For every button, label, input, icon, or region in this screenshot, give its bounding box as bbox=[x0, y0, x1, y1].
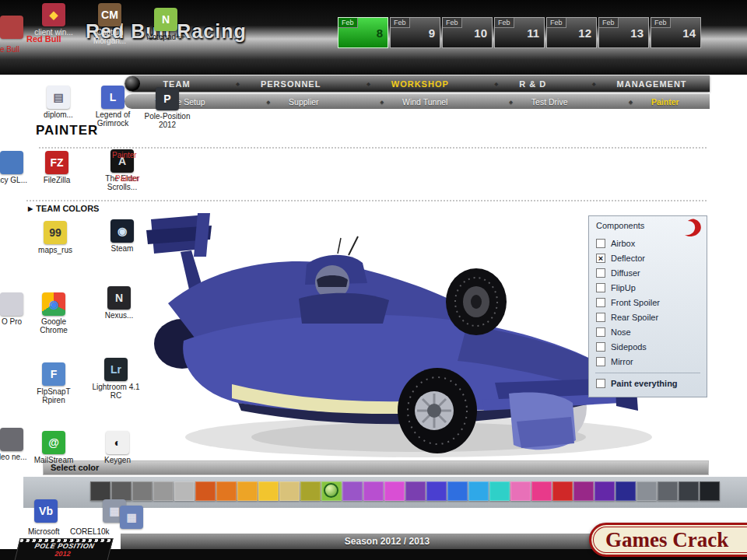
desktop-icon[interactable]: deo ne... bbox=[0, 428, 36, 461]
desktop-icon-glyph: ◆ bbox=[42, 3, 65, 26]
color-swatch[interactable] bbox=[426, 481, 447, 501]
desktop-icon[interactable]: FZ FileZilla bbox=[33, 151, 81, 184]
calendar-month-label: Feb bbox=[547, 18, 566, 28]
color-swatch[interactable] bbox=[216, 481, 237, 501]
color-swatch[interactable] bbox=[384, 481, 405, 501]
main-nav: TEAMPERSONNELWORKSHOPR & DMANAGEMENT bbox=[124, 75, 710, 92]
calendar-day[interactable]: Feb 14 bbox=[651, 17, 701, 48]
color-swatch[interactable] bbox=[258, 481, 279, 501]
car-preview[interactable] bbox=[115, 207, 652, 468]
component-checkbox[interactable] bbox=[596, 327, 605, 337]
component-checkbox[interactable] bbox=[596, 357, 605, 366]
desktop-icon-label: deo ne... bbox=[0, 453, 26, 461]
component-checkbox[interactable] bbox=[596, 283, 605, 292]
desktop-icon[interactable]: N Nexus... bbox=[95, 286, 143, 320]
nav-tab[interactable]: R & D bbox=[495, 79, 547, 89]
calendar-day-number: 8 bbox=[377, 26, 383, 40]
desktop-icon[interactable]: ncy GL... bbox=[0, 151, 36, 184]
desktop-icon[interactable]: F FlpSnapT Rpiren bbox=[30, 362, 78, 404]
desktop-icon[interactable]: ◐ Keygen bbox=[93, 431, 142, 464]
component-checkbox[interactable] bbox=[596, 254, 605, 263]
desktop-icon-label: Pole-Position 2012 bbox=[143, 112, 191, 129]
color-swatch[interactable] bbox=[594, 481, 615, 501]
paint-everything-row[interactable]: Paint everything bbox=[589, 376, 707, 390]
calendar-day[interactable]: Feb 9 bbox=[390, 17, 440, 48]
color-swatch[interactable] bbox=[489, 481, 510, 501]
color-swatch[interactable] bbox=[321, 481, 342, 501]
sub-nav-tab[interactable]: Supplier bbox=[266, 97, 318, 107]
nav-tab[interactable]: MANAGEMENT bbox=[592, 79, 687, 89]
calendar-day[interactable]: Feb 8 bbox=[338, 17, 388, 48]
desktop-icon[interactable]: ▤ diplom... bbox=[34, 86, 82, 119]
desktop-icon[interactable]: O Pro bbox=[0, 292, 36, 326]
color-swatch[interactable] bbox=[279, 481, 300, 501]
color-swatch[interactable] bbox=[679, 481, 699, 501]
logo-line2: 2012 bbox=[16, 551, 109, 558]
color-swatch[interactable] bbox=[363, 481, 384, 501]
color-swatch[interactable] bbox=[552, 481, 573, 501]
desktop-icon[interactable]: P Pole-Position 2012 bbox=[143, 87, 191, 129]
component-checkbox-row[interactable]: Rear Spoiler bbox=[589, 310, 707, 324]
color-swatch[interactable] bbox=[637, 481, 657, 501]
color-swatch[interactable] bbox=[90, 481, 110, 501]
component-checkbox-row[interactable]: Deflector bbox=[589, 250, 707, 265]
calendar-day[interactable]: Feb 12 bbox=[546, 17, 597, 48]
color-swatch[interactable] bbox=[700, 481, 720, 501]
color-swatch[interactable] bbox=[658, 481, 678, 501]
desktop-icon[interactable]: Vb bbox=[22, 499, 70, 524]
desktop-icon[interactable]: Lr Lightroom 4.1 RC bbox=[92, 358, 140, 400]
color-swatch[interactable] bbox=[174, 481, 195, 501]
color-swatch[interactable] bbox=[300, 481, 321, 501]
desktop-icon[interactable]: ◆ client win... bbox=[30, 3, 78, 37]
desktop-icon[interactable]: CM Captain Morgan... bbox=[86, 3, 134, 45]
nav-tab[interactable]: WORKSHOP bbox=[366, 79, 449, 89]
color-swatch[interactable] bbox=[573, 481, 594, 501]
desktop-icon-glyph: Vb bbox=[34, 499, 58, 523]
color-swatch[interactable] bbox=[342, 481, 363, 501]
desktop-icon[interactable]: ◉ Google Chrome bbox=[30, 292, 78, 334]
component-checkbox-row[interactable]: Mirror bbox=[589, 354, 707, 369]
color-swatch[interactable] bbox=[405, 481, 426, 501]
desktop-icon[interactable]: L Legend of Grimrock bbox=[89, 86, 137, 128]
desktop-icon[interactable]: ◉ Steam bbox=[98, 219, 146, 253]
component-checkbox[interactable] bbox=[596, 342, 605, 352]
color-swatch[interactable] bbox=[195, 481, 216, 501]
component-checkbox[interactable] bbox=[596, 313, 605, 322]
component-checkbox-row[interactable]: Nose bbox=[589, 324, 707, 339]
component-checkbox-row[interactable]: FlipUp bbox=[589, 280, 707, 295]
calendar-day[interactable]: Feb 13 bbox=[598, 17, 649, 48]
calendar-day[interactable]: Feb 11 bbox=[494, 17, 545, 48]
desktop-icon[interactable]: 99 maps_rus bbox=[31, 221, 79, 254]
sub-nav-tab[interactable]: Test Drive bbox=[509, 97, 567, 107]
games-crack-text: Games Crack bbox=[605, 528, 728, 552]
component-checkbox[interactable] bbox=[596, 239, 605, 248]
team-colors-label: TEAM COLORS bbox=[36, 204, 99, 213]
color-swatch[interactable] bbox=[510, 481, 531, 501]
color-swatch[interactable] bbox=[615, 481, 636, 501]
color-swatch[interactable] bbox=[468, 481, 489, 501]
paint-everything-checkbox[interactable] bbox=[596, 379, 605, 388]
color-swatch[interactable] bbox=[153, 481, 174, 501]
sub-nav-tab[interactable]: Painter bbox=[629, 97, 679, 107]
desktop-icon-label: Keygen bbox=[104, 456, 131, 464]
color-swatch[interactable] bbox=[237, 481, 258, 501]
color-swatch[interactable] bbox=[447, 481, 468, 501]
color-swatch[interactable] bbox=[132, 481, 153, 501]
desktop-icon[interactable]: @ MailStream bbox=[30, 431, 78, 464]
component-checkbox-row[interactable]: Sidepods bbox=[589, 339, 707, 354]
nav-tab[interactable]: PERSONNEL bbox=[236, 79, 321, 89]
desktop-icon[interactable]: ▦ bbox=[107, 506, 156, 530]
component-checkbox-row[interactable]: Front Spoiler bbox=[589, 295, 707, 310]
calendar-day[interactable]: Feb 10 bbox=[442, 17, 493, 48]
color-swatch[interactable] bbox=[111, 481, 132, 501]
desktop-text-label: Red Bull bbox=[26, 34, 61, 44]
component-checkbox[interactable] bbox=[596, 268, 605, 278]
component-checkbox-row[interactable]: Diffuser bbox=[589, 265, 707, 280]
team-colors-section-label[interactable]: ▶TEAM COLORS bbox=[28, 204, 99, 213]
desktop-icon[interactable]: N Notepad++ bbox=[142, 8, 190, 41]
components-panel: Components Airbox Deflector Diffuser Fli… bbox=[588, 215, 707, 397]
color-swatch[interactable] bbox=[531, 481, 552, 501]
sub-nav-tab[interactable]: Wind Tunnel bbox=[380, 97, 447, 107]
component-checkbox-row[interactable]: Airbox bbox=[589, 236, 707, 250]
component-checkbox[interactable] bbox=[596, 298, 605, 307]
